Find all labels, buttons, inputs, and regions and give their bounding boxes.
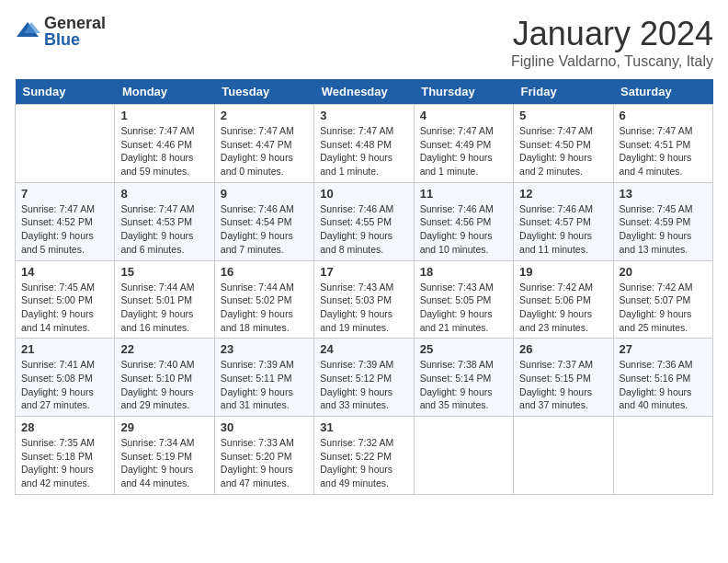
day-info: Sunrise: 7:47 AMSunset: 4:50 PMDaylight:…	[519, 124, 607, 178]
calendar-cell: 16Sunrise: 7:44 AMSunset: 5:02 PMDayligh…	[214, 260, 313, 339]
day-number: 27	[620, 342, 707, 356]
calendar-cell: 7Sunrise: 7:47 AMSunset: 4:52 PMDaylight…	[16, 182, 115, 260]
day-info: Sunrise: 7:47 AMSunset: 4:46 PMDaylight:…	[120, 124, 208, 178]
calendar-cell	[16, 105, 115, 183]
day-number: 8	[120, 187, 208, 201]
day-info: Sunrise: 7:42 AMSunset: 5:07 PMDaylight:…	[620, 281, 707, 335]
day-info: Sunrise: 7:47 AMSunset: 4:53 PMDaylight:…	[120, 202, 208, 257]
day-number: 11	[420, 187, 507, 201]
week-row-4: 28Sunrise: 7:35 AMSunset: 5:18 PMDayligh…	[16, 417, 713, 495]
calendar-table: SundayMondayTuesdayWednesdayThursdayFrid…	[15, 79, 713, 495]
calendar-cell: 13Sunrise: 7:45 AMSunset: 4:59 PMDayligh…	[613, 182, 712, 260]
calendar-cell: 28Sunrise: 7:35 AMSunset: 5:18 PMDayligh…	[16, 417, 115, 495]
day-info: Sunrise: 7:45 AMSunset: 5:00 PMDaylight:…	[21, 281, 108, 335]
day-number: 4	[420, 109, 507, 122]
calendar-cell: 29Sunrise: 7:34 AMSunset: 5:19 PMDayligh…	[115, 417, 214, 495]
day-info: Sunrise: 7:40 AMSunset: 5:10 PMDaylight:…	[120, 358, 208, 412]
day-number: 14	[21, 265, 108, 279]
calendar-cell	[514, 417, 613, 495]
calendar-cell: 18Sunrise: 7:43 AMSunset: 5:05 PMDayligh…	[414, 260, 513, 339]
day-number: 23	[221, 342, 308, 356]
day-number: 21	[21, 342, 108, 356]
day-number: 16	[221, 265, 308, 279]
day-info: Sunrise: 7:47 AMSunset: 4:47 PMDaylight:…	[221, 124, 308, 178]
calendar-cell: 3Sunrise: 7:47 AMSunset: 4:48 PMDaylight…	[314, 105, 414, 183]
day-info: Sunrise: 7:37 AMSunset: 5:15 PMDaylight:…	[519, 358, 607, 412]
header-day-sunday: Sunday	[16, 79, 115, 105]
day-info: Sunrise: 7:32 AMSunset: 5:22 PMDaylight:…	[320, 436, 407, 490]
day-number: 17	[320, 265, 407, 279]
day-info: Sunrise: 7:41 AMSunset: 5:08 PMDaylight:…	[21, 358, 108, 412]
calendar-cell: 27Sunrise: 7:36 AMSunset: 5:16 PMDayligh…	[613, 339, 712, 417]
header-day-wednesday: Wednesday	[314, 79, 414, 105]
calendar-cell: 17Sunrise: 7:43 AMSunset: 5:03 PMDayligh…	[314, 260, 414, 339]
day-info: Sunrise: 7:47 AMSunset: 4:52 PMDaylight:…	[21, 202, 108, 257]
week-row-3: 21Sunrise: 7:41 AMSunset: 5:08 PMDayligh…	[16, 339, 713, 417]
day-info: Sunrise: 7:39 AMSunset: 5:11 PMDaylight:…	[221, 358, 308, 412]
day-info: Sunrise: 7:43 AMSunset: 5:05 PMDaylight:…	[420, 281, 507, 335]
calendar-cell: 10Sunrise: 7:46 AMSunset: 4:55 PMDayligh…	[314, 182, 414, 260]
calendar-cell: 24Sunrise: 7:39 AMSunset: 5:12 PMDayligh…	[314, 339, 414, 417]
day-info: Sunrise: 7:46 AMSunset: 4:57 PMDaylight:…	[519, 202, 607, 257]
day-info: Sunrise: 7:47 AMSunset: 4:48 PMDaylight:…	[320, 124, 407, 178]
calendar-cell: 11Sunrise: 7:46 AMSunset: 4:56 PMDayligh…	[414, 182, 513, 260]
header-day-friday: Friday	[514, 79, 613, 105]
day-number: 12	[519, 187, 607, 201]
calendar-cell	[613, 417, 712, 495]
header-row: SundayMondayTuesdayWednesdayThursdayFrid…	[16, 79, 713, 105]
calendar-cell: 30Sunrise: 7:33 AMSunset: 5:20 PMDayligh…	[214, 417, 313, 495]
day-info: Sunrise: 7:36 AMSunset: 5:16 PMDaylight:…	[620, 358, 707, 412]
day-number: 13	[620, 187, 707, 201]
day-number: 20	[620, 265, 707, 279]
day-info: Sunrise: 7:33 AMSunset: 5:20 PMDaylight:…	[221, 436, 308, 490]
calendar-cell: 31Sunrise: 7:32 AMSunset: 5:22 PMDayligh…	[314, 417, 414, 495]
day-number: 1	[120, 109, 208, 122]
calendar-cell: 21Sunrise: 7:41 AMSunset: 5:08 PMDayligh…	[16, 339, 115, 417]
day-number: 9	[221, 187, 308, 201]
day-info: Sunrise: 7:44 AMSunset: 5:02 PMDaylight:…	[221, 281, 308, 335]
header-day-tuesday: Tuesday	[214, 79, 313, 105]
day-info: Sunrise: 7:46 AMSunset: 4:54 PMDaylight:…	[221, 202, 308, 257]
calendar-cell: 8Sunrise: 7:47 AMSunset: 4:53 PMDaylight…	[115, 182, 214, 260]
day-info: Sunrise: 7:46 AMSunset: 4:55 PMDaylight:…	[320, 202, 407, 257]
calendar-cell: 22Sunrise: 7:40 AMSunset: 5:10 PMDayligh…	[115, 339, 214, 417]
calendar-cell: 25Sunrise: 7:38 AMSunset: 5:14 PMDayligh…	[414, 339, 513, 417]
day-info: Sunrise: 7:42 AMSunset: 5:06 PMDaylight:…	[519, 281, 607, 335]
day-number: 10	[320, 187, 407, 201]
day-info: Sunrise: 7:35 AMSunset: 5:18 PMDaylight:…	[21, 436, 108, 490]
logo-icon	[15, 18, 40, 44]
day-info: Sunrise: 7:43 AMSunset: 5:03 PMDaylight:…	[320, 281, 407, 335]
day-info: Sunrise: 7:39 AMSunset: 5:12 PMDaylight:…	[320, 358, 407, 412]
title-section: January 2024 Figline Valdarno, Tuscany, …	[511, 15, 713, 70]
calendar-cell: 4Sunrise: 7:47 AMSunset: 4:49 PMDaylight…	[414, 105, 513, 183]
day-info: Sunrise: 7:46 AMSunset: 4:56 PMDaylight:…	[420, 202, 507, 257]
day-number: 3	[320, 109, 407, 122]
day-info: Sunrise: 7:44 AMSunset: 5:01 PMDaylight:…	[120, 281, 208, 335]
calendar-cell: 26Sunrise: 7:37 AMSunset: 5:15 PMDayligh…	[514, 339, 613, 417]
day-info: Sunrise: 7:34 AMSunset: 5:19 PMDaylight:…	[120, 436, 208, 490]
logo-text: General Blue	[44, 15, 106, 48]
calendar-cell	[414, 417, 513, 495]
day-info: Sunrise: 7:47 AMSunset: 4:51 PMDaylight:…	[620, 124, 707, 178]
day-number: 2	[221, 109, 308, 122]
calendar-cell: 1Sunrise: 7:47 AMSunset: 4:46 PMDaylight…	[115, 105, 214, 183]
header: General Blue January 2024 Figline Valdar…	[15, 15, 713, 70]
calendar-cell: 9Sunrise: 7:46 AMSunset: 4:54 PMDaylight…	[214, 182, 313, 260]
week-row-1: 7Sunrise: 7:47 AMSunset: 4:52 PMDaylight…	[16, 182, 713, 260]
day-number: 22	[120, 342, 208, 356]
logo-general: General	[44, 15, 106, 31]
day-number: 15	[120, 265, 208, 279]
day-number: 31	[320, 420, 407, 434]
day-number: 7	[21, 187, 108, 201]
day-number: 5	[519, 109, 607, 122]
week-row-0: 1Sunrise: 7:47 AMSunset: 4:46 PMDaylight…	[16, 105, 713, 183]
logo: General Blue	[15, 15, 106, 48]
calendar-cell: 6Sunrise: 7:47 AMSunset: 4:51 PMDaylight…	[613, 105, 712, 183]
calendar-cell: 2Sunrise: 7:47 AMSunset: 4:47 PMDaylight…	[214, 105, 313, 183]
calendar-cell: 14Sunrise: 7:45 AMSunset: 5:00 PMDayligh…	[16, 260, 115, 339]
header-day-monday: Monday	[115, 79, 214, 105]
day-info: Sunrise: 7:38 AMSunset: 5:14 PMDaylight:…	[420, 358, 507, 412]
logo-blue: Blue	[44, 31, 106, 48]
calendar-cell: 5Sunrise: 7:47 AMSunset: 4:50 PMDaylight…	[514, 105, 613, 183]
day-number: 18	[420, 265, 507, 279]
